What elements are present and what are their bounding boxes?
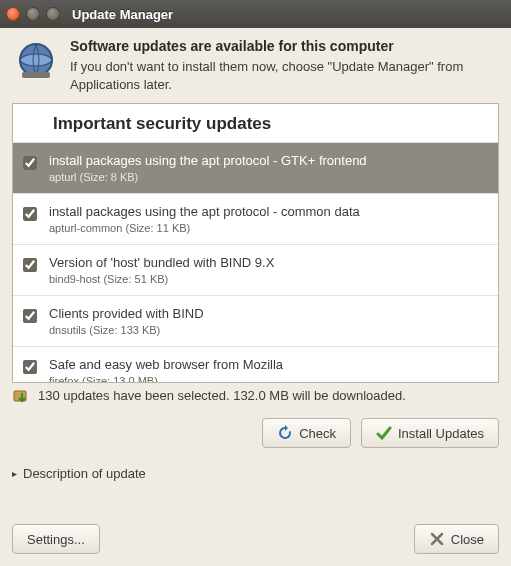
package-subtitle: apturl (Size: 8 KB)	[49, 171, 488, 183]
package-row[interactable]: install packages using the apt protocol …	[13, 193, 498, 244]
header-headline: Software updates are available for this …	[70, 38, 499, 54]
package-subtitle: apturl-common (Size: 11 KB)	[49, 222, 488, 234]
package-body: Version of 'host' bundled with BIND 9.Xb…	[49, 255, 488, 285]
package-checkbox[interactable]	[23, 258, 37, 272]
settings-button-label: Settings...	[27, 532, 85, 547]
disclosure-label: Description of update	[23, 466, 146, 481]
package-title: install packages using the apt protocol …	[49, 153, 488, 168]
check-button-label: Check	[299, 426, 336, 441]
package-body: install packages using the apt protocol …	[49, 204, 488, 234]
update-globe-icon	[12, 38, 60, 93]
description-disclosure[interactable]: ▸ Description of update	[12, 466, 499, 481]
settings-button[interactable]: Settings...	[12, 524, 100, 554]
updates-list[interactable]: Important security updates install packa…	[12, 103, 499, 383]
close-button-label: Close	[451, 532, 484, 547]
window-maximize-button[interactable]	[46, 7, 60, 21]
disclosure-triangle-icon: ▸	[12, 468, 17, 479]
window-close-button[interactable]	[6, 7, 20, 21]
status-row: 130 updates have been selected. 132.0 MB…	[12, 387, 499, 410]
section-header: Important security updates	[13, 104, 498, 142]
package-body: Clients provided with BINDdnsutils (Size…	[49, 306, 488, 336]
package-body: Safe and easy web browser from Mozillafi…	[49, 357, 488, 383]
footer-row: Settings... Close	[12, 524, 499, 554]
package-checkbox[interactable]	[23, 207, 37, 221]
package-title: Clients provided with BIND	[49, 306, 488, 321]
header-subline: If you don't want to install them now, c…	[70, 58, 499, 93]
package-subtitle: firefox (Size: 13.0 MB)	[49, 375, 488, 383]
titlebar: Update Manager	[0, 0, 511, 28]
window-title: Update Manager	[72, 7, 173, 22]
package-checkbox[interactable]	[23, 309, 37, 323]
package-row[interactable]: Safe and easy web browser from Mozillafi…	[13, 346, 498, 383]
install-updates-button[interactable]: Install Updates	[361, 418, 499, 448]
svg-rect-2	[22, 72, 50, 78]
status-text: 130 updates have been selected. 132.0 MB…	[38, 387, 499, 405]
package-checkbox[interactable]	[23, 360, 37, 374]
refresh-icon	[277, 425, 293, 441]
package-subtitle: bind9-host (Size: 51 KB)	[49, 273, 488, 285]
package-title: Version of 'host' bundled with BIND 9.X	[49, 255, 488, 270]
header-row: Software updates are available for this …	[12, 38, 499, 93]
download-icon	[12, 387, 32, 410]
header-text: Software updates are available for this …	[70, 38, 499, 93]
package-row[interactable]: Clients provided with BINDdnsutils (Size…	[13, 295, 498, 346]
close-icon	[429, 531, 445, 547]
package-title: install packages using the apt protocol …	[49, 204, 488, 219]
package-checkbox[interactable]	[23, 156, 37, 170]
package-subtitle: dnsutils (Size: 133 KB)	[49, 324, 488, 336]
package-title: Safe and easy web browser from Mozilla	[49, 357, 488, 372]
package-body: install packages using the apt protocol …	[49, 153, 488, 183]
check-button[interactable]: Check	[262, 418, 351, 448]
package-row[interactable]: install packages using the apt protocol …	[13, 142, 498, 193]
install-button-label: Install Updates	[398, 426, 484, 441]
action-button-row: Check Install Updates	[12, 418, 499, 448]
apply-icon	[376, 425, 392, 441]
content-area: Software updates are available for this …	[0, 28, 511, 493]
close-button[interactable]: Close	[414, 524, 499, 554]
package-row[interactable]: Version of 'host' bundled with BIND 9.Xb…	[13, 244, 498, 295]
window-minimize-button[interactable]	[26, 7, 40, 21]
